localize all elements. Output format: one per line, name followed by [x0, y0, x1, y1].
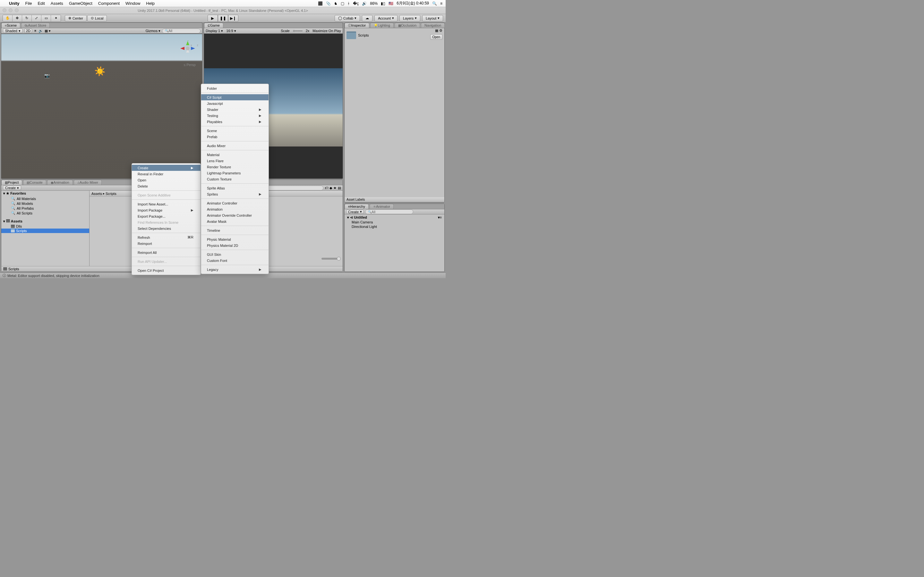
menu-item-animator-controller[interactable]: Animator Controller	[201, 200, 268, 206]
account-button[interactable]: Account ▾	[375, 15, 397, 21]
menu-item-material[interactable]: Material	[201, 152, 268, 158]
tab-navigation[interactable]: Navigation	[421, 23, 445, 28]
scale-slider[interactable]: ○───	[293, 29, 302, 33]
open-button[interactable]: Open	[430, 34, 443, 40]
menu-item-sprites[interactable]: Sprites▶	[201, 191, 268, 197]
menu-item-reveal-in-finder[interactable]: Reveal in Finder	[132, 171, 200, 177]
menu-item-shader[interactable]: Shader▶	[201, 106, 268, 113]
hierarchy-search[interactable]: 🔍All	[365, 210, 413, 214]
airplay-icon[interactable]: ▢	[341, 1, 344, 6]
transform-tool[interactable]: ✦	[51, 15, 61, 21]
menu-item-testing[interactable]: Testing▶	[201, 113, 268, 119]
tab-audio-mixer[interactable]: ♫ Audio Mixer	[74, 180, 102, 185]
menu-item-sprite-atlas[interactable]: Sprite Atlas	[201, 185, 268, 191]
hierarchy-create[interactable]: Create ▾	[346, 210, 364, 214]
tab-scene[interactable]: ⌗ Scene	[1, 23, 20, 28]
menu-item-scene[interactable]: Scene	[201, 127, 268, 134]
knight-icon[interactable]: ♞	[334, 1, 338, 6]
shading-dropdown[interactable]: Shaded ▾	[3, 29, 23, 33]
menu-item-reimport[interactable]: Reimport	[132, 240, 200, 247]
project-tree[interactable]: ▾ ★ Favorites 🔍 All Materials 🔍 All Mode…	[1, 191, 89, 266]
aspect-dropdown[interactable]: 16:9 ▾	[226, 29, 236, 33]
hierarchy-tree[interactable]: ▾ ⊲ Untitled ▾≡ Main Camera Directional …	[344, 214, 444, 229]
menu-item-open-c-project[interactable]: Open C# Project	[132, 268, 200, 274]
tab-console[interactable]: ▤ Console	[23, 180, 46, 185]
rotate-tool[interactable]: ↻	[22, 15, 32, 21]
menu-help[interactable]: Help	[146, 1, 155, 6]
fav-all-models[interactable]: 🔍 All Models	[1, 201, 89, 206]
rect-tool[interactable]: ▭	[41, 15, 51, 21]
flag-icon[interactable]: 🇺🇸	[389, 1, 393, 6]
hand-tool[interactable]: ✋	[3, 15, 13, 21]
menu-edit[interactable]: Edit	[37, 1, 45, 6]
play-button[interactable]: ▶	[208, 15, 218, 22]
menu-item-animator-override-controller[interactable]: Animator Override Controller	[201, 212, 268, 218]
gizmos-dropdown[interactable]: Gizmos ▾	[145, 29, 160, 33]
app-name[interactable]: Unity	[9, 1, 19, 6]
menu-item-select-dependencies[interactable]: Select Dependencies	[132, 226, 200, 231]
menu-item-render-texture[interactable]: Render Texture	[201, 164, 268, 170]
display-dropdown[interactable]: Display 1 ▾	[206, 29, 223, 33]
audio-icon[interactable]: 🔊	[39, 29, 43, 33]
pivot-button[interactable]: ⊕ Center	[65, 15, 87, 21]
menu-item-legacy[interactable]: Legacy▶	[201, 266, 268, 272]
menu-component[interactable]: Component	[98, 1, 120, 6]
menu-item-create[interactable]: Create▶	[132, 165, 200, 171]
hierarchy-main-camera[interactable]: Main Camera	[346, 220, 443, 224]
fx-icon[interactable]: ▦ ▾	[45, 29, 51, 33]
tab-game[interactable]: ⊏ Game	[204, 23, 223, 28]
asset-dlls[interactable]: Dlls	[1, 224, 89, 229]
menu-item-custom-font[interactable]: Custom Font	[201, 258, 268, 263]
tab-animator[interactable]: ⚛ Animator	[370, 204, 394, 209]
menu-item-gui-skin[interactable]: GUI Skin	[201, 251, 268, 258]
zoom-icon[interactable]	[15, 8, 19, 12]
fav-all-scripts[interactable]: 🔍 All Scripts	[1, 211, 89, 215]
dropbox-icon[interactable]: ⬛	[318, 1, 323, 6]
battery-icon[interactable]: ▮▯	[381, 1, 385, 6]
close-icon[interactable]	[3, 8, 6, 12]
menu-item-reimport-all[interactable]: Reimport All	[132, 250, 200, 255]
scene-search[interactable]: 🔍All	[162, 29, 200, 33]
space-button[interactable]: ⊙ Local	[87, 15, 107, 21]
menu-item-lens-flare[interactable]: Lens Flare	[201, 158, 268, 164]
pause-button[interactable]: ❚❚	[218, 15, 228, 22]
collab-button[interactable]: ◯ Collab ▾	[334, 15, 360, 21]
tab-inspector[interactable]: ⓘ Inspector	[344, 23, 369, 28]
menu-item-import-new-asset-[interactable]: Import New Asset...	[132, 201, 200, 207]
2d-toggle[interactable]: 2D	[24, 29, 32, 33]
scene-root[interactable]: ▾ ⊲ Untitled ▾≡	[346, 215, 443, 220]
minimize-icon[interactable]	[9, 8, 13, 12]
tab-occlusion[interactable]: ▦Occlusion	[395, 23, 420, 28]
breadcrumb-assets[interactable]: Assets	[91, 192, 102, 195]
create-dropdown[interactable]: Create ▾	[3, 185, 21, 190]
menu-item-prefab[interactable]: Prefab	[201, 134, 268, 140]
clip-icon[interactable]: 📎	[326, 1, 331, 6]
menu-item-physics-material-2d[interactable]: Physics Material 2D	[201, 242, 268, 248]
fav-all-materials[interactable]: 🔍 All Materials	[1, 196, 89, 201]
menu-item-open[interactable]: Open	[132, 177, 200, 183]
hidden-icon[interactable]: ▤	[338, 186, 341, 190]
breadcrumb-scripts[interactable]: Scripts	[105, 192, 116, 195]
menu-item-import-package[interactable]: Import Package▶	[132, 207, 200, 213]
menu-item-avatar-mask[interactable]: Avatar Mask	[201, 218, 268, 224]
asset-scripts[interactable]: Scripts	[1, 229, 89, 233]
tab-project[interactable]: ▥ Project	[1, 180, 22, 185]
menu-assets[interactable]: Assets	[51, 1, 63, 6]
thumbnail-slider[interactable]	[321, 258, 341, 259]
menu-item-c-script[interactable]: C# Script	[201, 94, 268, 100]
tab-animation[interactable]: ◉ Animation	[47, 180, 73, 185]
move-tool[interactable]: ✥	[13, 15, 22, 21]
cloud-button[interactable]: ☁	[362, 15, 373, 21]
wifi-icon[interactable]: �ç	[353, 1, 359, 6]
filter-icon[interactable]: 🏷	[325, 186, 328, 190]
menu-item-custom-texture[interactable]: Custom Texture	[201, 176, 268, 182]
menu-file[interactable]: File	[25, 1, 32, 6]
menu-item-export-package-[interactable]: Export Package...	[132, 213, 200, 219]
tab-lighting[interactable]: 💡Lighting	[370, 23, 394, 28]
menu-item-delete[interactable]: Delete	[132, 183, 200, 189]
tab-hierarchy[interactable]: ≡ Hierarchy	[344, 204, 368, 209]
menu-item-javascript[interactable]: Javascript	[201, 100, 268, 106]
menu-item-playables[interactable]: Playables▶	[201, 119, 268, 125]
spotlight-icon[interactable]: 🔍	[432, 1, 437, 6]
layout-button[interactable]: Layout ▾	[422, 15, 443, 21]
